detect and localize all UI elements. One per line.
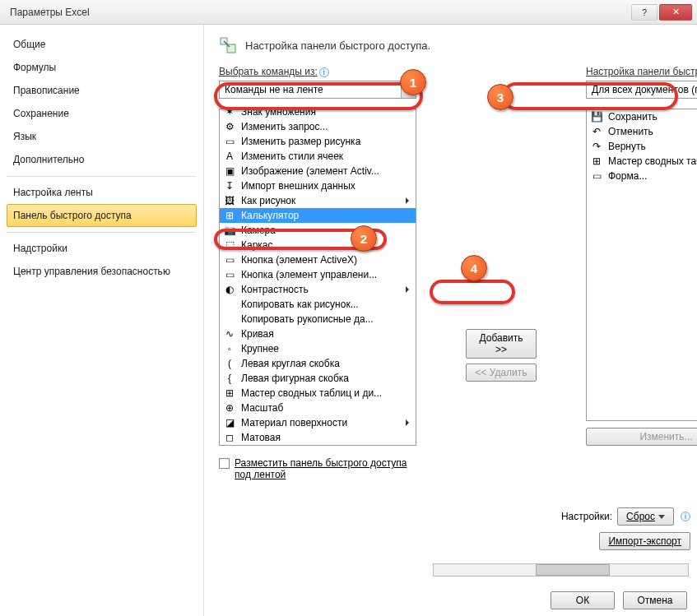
list-item[interactable]: ⊞Мастер сводных таблиц и <box>587 154 697 169</box>
available-commands-list[interactable]: ✶Знак умножения⚙Изменить запрос...▭Измен… <box>219 109 416 446</box>
list-item[interactable]: ▣Изображение (элемент Activ... <box>220 164 416 178</box>
list-item[interactable]: (Левая круглая скобка <box>220 356 416 371</box>
list-item-label: Крупнее <box>241 343 279 354</box>
list-item[interactable]: ◪Материал поверхности <box>220 415 416 430</box>
sidebar-item-general[interactable]: Общие <box>7 33 197 56</box>
list-item-label: Вернуть <box>608 141 646 152</box>
list-item[interactable]: ∿Кривая <box>220 327 416 341</box>
list-item[interactable]: ⊕Масштаб <box>220 401 416 415</box>
list-item-label: Импорт внешних данных <box>241 180 355 192</box>
sidebar-item-language[interactable]: Язык <box>7 125 197 148</box>
remove-button[interactable]: << Удалить <box>466 364 537 382</box>
list-item[interactable]: 💾Сохранить <box>587 109 697 124</box>
command-icon: 📷 <box>223 224 236 237</box>
list-item-label: Контрастность <box>241 284 309 295</box>
command-icon <box>223 298 236 311</box>
command-icon: { <box>223 372 236 385</box>
command-icon: ✶ <box>223 109 236 118</box>
import-export-button[interactable]: Импорт-экспорт <box>599 532 690 550</box>
list-item[interactable]: ↷Вернуть <box>587 139 697 154</box>
options-dialog: Параметры Excel ? ✕ Общие Формулы Правоп… <box>0 0 697 616</box>
list-item-label: Изображение (элемент Activ... <box>241 165 379 177</box>
show-below-ribbon-checkbox[interactable] <box>219 458 230 469</box>
list-item[interactable]: AИзменить стили ячеек <box>220 149 416 164</box>
command-icon: ▣ <box>223 164 236 178</box>
list-item-label: Копировать как рисунок... <box>241 299 359 310</box>
settings-label: Настройки: <box>561 511 612 522</box>
list-item[interactable]: ◻Матовая <box>220 430 416 445</box>
list-item-label: Материал поверхности <box>241 417 347 428</box>
command-icon: ◦ <box>223 342 236 355</box>
sidebar-item-save[interactable]: Сохранение <box>7 102 197 125</box>
transfer-buttons: Добавить >> << Удалить <box>466 66 537 480</box>
list-item-label: Кривая <box>241 328 274 340</box>
list-item[interactable]: ▭Изменить размер рисунка <box>220 134 416 149</box>
sidebar-item-proofing[interactable]: Правописание <box>7 79 197 102</box>
sidebar-item-quick-access[interactable]: Панель быстрого доступа <box>7 204 197 227</box>
info-icon[interactable]: i <box>319 67 329 77</box>
command-icon: ⬚ <box>223 239 236 252</box>
list-item-label: Изменить запрос... <box>241 121 328 132</box>
submenu-arrow-icon <box>406 197 409 204</box>
main-panel: Настройка панели быстрого доступа. Выбра… <box>204 25 697 616</box>
list-item-label: Мастер сводных таблиц и <box>608 155 697 167</box>
horizontal-scrollbar[interactable] <box>433 563 689 577</box>
command-icon: ▭ <box>590 169 603 183</box>
add-button[interactable]: Добавить >> <box>466 329 537 359</box>
show-below-ribbon-label: Разместить панель быстрого доступа под л… <box>235 457 407 480</box>
list-item[interactable]: ▭Кнопка (элемент управлени... <box>220 267 416 282</box>
modify-button[interactable]: Изменить... <box>586 428 697 446</box>
command-icon: ↧ <box>223 179 236 192</box>
command-icon: 🖼 <box>223 194 236 207</box>
ok-button[interactable]: ОК <box>551 591 615 609</box>
list-item[interactable]: ↶Отменить <box>587 124 697 139</box>
current-qat-list[interactable]: 💾Сохранить↶Отменить↷Вернуть⊞Мастер сводн… <box>586 109 697 421</box>
list-item-label: Кнопка (элемент ActiveX) <box>241 254 357 266</box>
submenu-arrow-icon <box>406 286 409 293</box>
list-item-label: Сохранить <box>608 111 658 123</box>
choose-commands-combobox[interactable]: Команды не на ленте <box>219 81 416 99</box>
list-item[interactable]: ↧Импорт внешних данных <box>220 178 416 193</box>
scrollbar-thumb[interactable] <box>536 564 610 576</box>
qat-icon <box>219 36 237 54</box>
sidebar-item-addins[interactable]: Надстройки <box>7 232 197 260</box>
list-item-label: Изменить стили ячеек <box>241 151 343 162</box>
cancel-button[interactable]: Отмена <box>623 591 687 609</box>
list-item[interactable]: ▭Форма... <box>587 169 697 183</box>
list-item-label: Матовая <box>241 432 281 443</box>
command-icon: ◐ <box>223 283 236 296</box>
list-item[interactable]: ⬚Каркас <box>220 238 416 252</box>
sidebar-item-trust-center[interactable]: Центр управления безопасностью <box>7 260 197 283</box>
list-item[interactable]: ⊞Калькулятор <box>220 208 416 223</box>
sidebar-item-advanced[interactable]: Дополнительно <box>7 148 197 171</box>
command-icon: ⊕ <box>223 401 236 415</box>
list-item[interactable]: Копировать как рисунок... <box>220 297 416 312</box>
list-item[interactable]: Копировать рукописные да... <box>220 312 416 327</box>
command-icon: A <box>223 150 236 163</box>
command-icon: ⊞ <box>223 209 236 222</box>
list-item[interactable]: ◐Контрастность <box>220 282 416 297</box>
list-item[interactable]: ▭Кнопка (элемент ActiveX) <box>220 252 416 267</box>
list-item[interactable]: ✶Знак умножения <box>220 109 416 119</box>
info-icon[interactable]: i <box>681 512 690 521</box>
choose-commands-label: Выбрать команды из:i <box>219 66 416 77</box>
list-item[interactable]: ⚙Изменить запрос... <box>220 119 416 134</box>
titlebar: Параметры Excel ? ✕ <box>0 0 697 25</box>
list-item[interactable]: ◦Крупнее <box>220 341 416 356</box>
sidebar-item-customize-ribbon[interactable]: Настройка ленты <box>7 176 197 204</box>
list-item[interactable]: {Левая фигурная скобка <box>220 371 416 386</box>
command-icon: ⚙ <box>223 120 236 133</box>
reset-button[interactable]: Сброс <box>617 507 674 526</box>
command-icon <box>223 313 236 326</box>
help-button[interactable]: ? <box>631 4 658 21</box>
sidebar-item-formulas[interactable]: Формулы <box>7 56 197 79</box>
command-icon: ◻ <box>223 431 236 444</box>
customize-for-combobox[interactable]: Для всех документов (по умол <box>586 81 697 99</box>
list-item-label: Кнопка (элемент управлени... <box>241 269 377 280</box>
close-button[interactable]: ✕ <box>659 4 692 21</box>
list-item-label: Знак умножения <box>241 109 316 118</box>
list-item[interactable]: 📷Камера <box>220 223 416 238</box>
list-item[interactable]: ⊞Мастер сводных таблиц и ди... <box>220 386 416 401</box>
list-item[interactable]: 🖼Как рисунок <box>220 193 416 208</box>
list-item-label: Калькулятор <box>241 210 299 221</box>
